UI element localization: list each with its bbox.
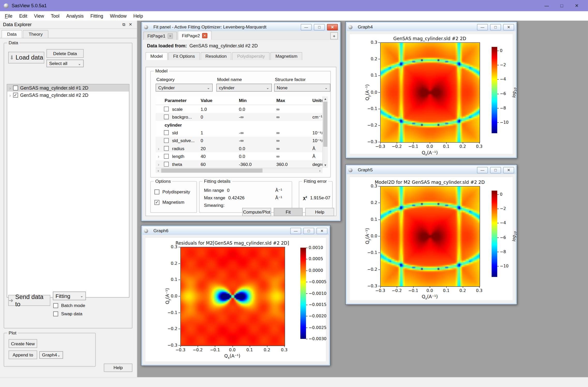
tree-item-checkbox[interactable]: ✓	[13, 93, 18, 98]
tree-item[interactable]: ›✓GenSAS mag_cylinder.sld #2 2D	[7, 92, 129, 99]
tree-item-checkbox[interactable]	[13, 86, 18, 91]
close-button[interactable]: ✕	[327, 24, 338, 30]
float-panel-icon[interactable]: ⧉	[120, 22, 127, 27]
fit-panel-titlebar[interactable]: Fit panel - Active Fitting Optimizer: Le…	[143, 23, 339, 31]
parameter-row[interactable]: sld_solve...0-∞∞10⁻⁶/Å	[156, 137, 323, 144]
menu-window[interactable]: Window	[107, 11, 130, 20]
help-button[interactable]: Help	[305, 208, 334, 216]
column-header-parameter[interactable]: Parameter	[165, 98, 198, 103]
delete-data-button[interactable]: Delete Data	[47, 49, 84, 58]
swap-data-checkbox[interactable]	[53, 311, 58, 316]
param-max[interactable]: ∞	[276, 130, 311, 135]
tab-resolution[interactable]: Resolution	[200, 52, 232, 60]
append-target-dropdown[interactable]: Graph4⌄	[39, 351, 63, 359]
add-fitpage-button[interactable]: +	[330, 32, 338, 40]
param-checkbox[interactable]	[164, 162, 169, 167]
param-checkbox[interactable]	[164, 146, 169, 151]
heatmap-canvas[interactable]	[381, 43, 480, 142]
close-button[interactable]: ✕	[503, 167, 514, 173]
send-data-to-button[interactable]: ➜ Send data to	[8, 295, 50, 306]
parameter-row[interactable]: sld1-∞∞10⁻⁶/Å	[156, 129, 323, 136]
graph6-titlebar[interactable]: Graph6 — □ ✕	[143, 227, 329, 235]
param-max[interactable]: ∞	[276, 154, 311, 159]
param-checkbox[interactable]	[164, 154, 169, 159]
model-name-dropdown[interactable]: cylinder⌄	[216, 84, 272, 91]
magnetism-checkbox[interactable]: ✓	[154, 200, 159, 205]
param-min[interactable]: -∞	[239, 114, 275, 119]
close-tab-icon[interactable]: ✕	[202, 33, 207, 38]
param-min[interactable]: 0.0	[239, 146, 275, 151]
menu-edit[interactable]: Edit	[16, 11, 31, 20]
fit-button[interactable]: Fit	[274, 208, 303, 216]
close-tab-icon[interactable]: ✕	[168, 33, 173, 38]
maximize-button[interactable]: □	[303, 228, 314, 234]
param-checkbox[interactable]	[164, 107, 169, 112]
param-value[interactable]: 60	[201, 162, 238, 167]
param-max[interactable]: ∞	[276, 106, 311, 112]
menu-analysis[interactable]: Analysis	[63, 11, 87, 20]
scroll-left-icon[interactable]: ‹	[156, 168, 161, 173]
menu-view[interactable]: View	[31, 11, 47, 20]
scrollbar-thumb[interactable]	[323, 102, 328, 147]
tab-fitpage2[interactable]: FitPage2✕	[178, 31, 212, 40]
expand-chevron-icon[interactable]: ›	[158, 162, 162, 166]
load-data-button[interactable]: ⬇ Load data	[8, 52, 44, 63]
column-header-max[interactable]: Max	[276, 98, 311, 103]
tab-magnetism[interactable]: Magnetism	[271, 52, 302, 60]
tab-model[interactable]: Model	[145, 52, 167, 60]
graph4-titlebar[interactable]: Graph4 — □ ✕	[347, 23, 516, 31]
heatmap-canvas[interactable]	[181, 247, 285, 346]
scroll-right-icon[interactable]: ›	[317, 168, 322, 173]
tab-theory[interactable]: Theory	[23, 30, 48, 38]
param-checkbox[interactable]	[164, 130, 169, 135]
param-max[interactable]: ∞	[276, 114, 311, 119]
menu-tool[interactable]: Tool	[47, 11, 63, 20]
param-max[interactable]: 360.0	[276, 162, 311, 167]
tab-data[interactable]: Data	[2, 30, 22, 38]
param-value[interactable]: 1	[201, 130, 238, 135]
expand-chevron-icon[interactable]: ›	[9, 93, 11, 97]
param-value[interactable]: 0	[201, 114, 238, 119]
maximize-button[interactable]: □	[314, 24, 325, 30]
batch-mode-checkbox[interactable]	[53, 303, 58, 308]
tree-item[interactable]: ›GenSAS mag_cylinder.sld #1 2D	[7, 84, 129, 92]
create-new-button[interactable]: Create New	[9, 339, 37, 348]
param-value[interactable]: 0	[201, 138, 238, 143]
app-minimize-button[interactable]: —	[539, 0, 554, 11]
minimize-button[interactable]: —	[477, 24, 488, 30]
expand-chevron-icon[interactable]: ›	[158, 146, 162, 151]
parameter-row[interactable]: ›radius200.0∞Å	[156, 144, 323, 152]
select-all-dropdown[interactable]: Select all⌄	[47, 60, 84, 67]
heatmap-canvas[interactable]	[381, 186, 480, 286]
param-value[interactable]: 20	[201, 146, 238, 151]
scroll-up-icon[interactable]: ▲	[323, 97, 328, 101]
column-header-min[interactable]: Min	[239, 98, 275, 103]
menu-fitting[interactable]: Fitting	[87, 11, 106, 20]
send-target-dropdown[interactable]: Fitting⌄	[53, 291, 86, 300]
close-button[interactable]: ✕	[316, 228, 327, 234]
column-header-value[interactable]: Value	[201, 98, 238, 103]
tab-fitpage1[interactable]: FitPage1✕	[143, 32, 177, 40]
append-to-button[interactable]: Append to	[9, 351, 37, 359]
parameter-row[interactable]: ›length400.0∞Å	[156, 152, 323, 160]
app-close-button[interactable]: ✕	[569, 0, 584, 11]
param-min[interactable]: 0.0	[239, 154, 275, 159]
parameter-row[interactable]: ›theta60-360.0360.0degre	[156, 160, 323, 168]
param-checkbox[interactable]	[164, 114, 169, 119]
category-dropdown[interactable]: Cylinder⌄	[156, 84, 213, 91]
parameter-row[interactable]: scale1.00.0∞	[156, 105, 323, 113]
param-value[interactable]: 1.0	[201, 106, 238, 112]
maximize-button[interactable]: □	[490, 167, 501, 173]
parameter-row[interactable]: backgro...0-∞∞cm⁻¹	[156, 113, 323, 121]
close-panel-icon[interactable]: ✕	[127, 22, 134, 27]
batch-mode-option[interactable]: Batch mode	[53, 303, 85, 308]
param-max[interactable]: ∞	[276, 138, 311, 143]
dock-help-button[interactable]: Help	[104, 364, 132, 372]
param-max[interactable]: ∞	[276, 146, 311, 151]
param-min[interactable]: -360.0	[239, 162, 275, 167]
app-maximize-button[interactable]: □	[554, 0, 569, 11]
parameter-group-row[interactable]: cylinder	[156, 121, 323, 129]
compute-plot-button[interactable]: Compute/Plot	[242, 208, 271, 216]
tab-fit-options[interactable]: Fit Options	[168, 52, 200, 60]
menu-file[interactable]: File	[2, 11, 16, 20]
